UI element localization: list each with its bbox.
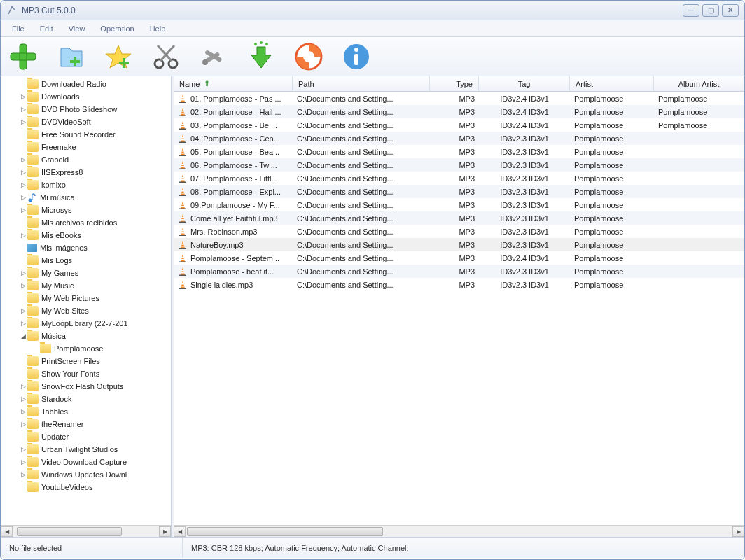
tree-item[interactable]: ▷MyLoopLibrary (22-7-201 [1, 317, 171, 330]
tree-item[interactable]: ▷My Web Sites [1, 304, 171, 317]
expand-icon[interactable]: ◢ [19, 332, 27, 340]
col-header-tag[interactable]: Tag [479, 76, 570, 91]
file-row[interactable]: 06. Pomplamoose - Twi...C:\Documents and… [174, 158, 744, 172]
menu-view[interactable]: View [62, 22, 92, 35]
tree-hscrollbar[interactable]: ◀ ▶ [1, 525, 171, 537]
expand-icon[interactable]: ▷ [19, 232, 27, 239]
tree-item[interactable]: ▷SnowFox Flash Outputs [1, 380, 171, 393]
download-button[interactable] [244, 40, 278, 74]
help-button[interactable] [292, 40, 326, 74]
scroll-right-icon[interactable]: ▶ [159, 526, 171, 537]
settings-button[interactable] [197, 40, 230, 74]
expand-icon[interactable]: ▷ [19, 169, 27, 176]
tree-item[interactable]: Freemake [1, 141, 171, 153]
file-row[interactable]: 02. Pomplamoose - Hail ...C:\Documents a… [174, 105, 744, 118]
file-row[interactable]: Pomplamoose - beat it...C:\Documents and… [174, 265, 744, 278]
minimize-button[interactable]: ─ [683, 4, 699, 17]
expand-icon[interactable]: ▷ [19, 93, 27, 100]
tree-item[interactable]: ▷DVDVideoSoft [1, 115, 171, 128]
tree-item[interactable]: ▷Windows Updates Downl [1, 468, 171, 481]
expand-icon[interactable]: ▷ [19, 471, 27, 478]
expand-icon[interactable]: ▷ [19, 458, 27, 465]
file-list[interactable]: 01. Pomplamoose - Pas ...C:\Documents an… [174, 92, 744, 525]
menu-help[interactable]: Help [143, 22, 173, 35]
tree-item[interactable]: ▷Urban Twilight Studios [1, 443, 171, 456]
scroll-left-icon[interactable]: ◀ [1, 526, 13, 537]
menu-operation[interactable]: Operation [93, 22, 141, 35]
scroll-left-icon[interactable]: ◀ [174, 526, 186, 537]
tree-item[interactable]: ▷DVD Photo Slideshow [1, 103, 171, 115]
file-row[interactable]: Pomplamoose - Septem...C:\Documents and … [174, 251, 744, 265]
col-header-name[interactable]: Name⬆ [174, 76, 293, 91]
tree-item[interactable]: ▷My Games [1, 267, 171, 279]
file-row[interactable]: 03. Pomplamoose - Be ...C:\Documents and… [174, 118, 744, 132]
tree-item[interactable]: ▷Graboid [1, 153, 171, 166]
expand-icon[interactable]: ▷ [19, 421, 27, 428]
tree-item[interactable]: ▷komixo [1, 178, 171, 191]
expand-icon[interactable]: ▷ [19, 106, 27, 113]
file-row[interactable]: Single laidies.mp3C:\Documents and Setti… [174, 278, 744, 291]
tree-item[interactable]: ▷Tabbles [1, 405, 171, 418]
scroll-right-icon[interactable]: ▶ [732, 526, 744, 537]
col-header-artist[interactable]: Artist [570, 76, 654, 91]
tree-item[interactable]: ▷Microsys [1, 204, 171, 216]
tree-item[interactable]: Downloaded Radio [1, 78, 171, 90]
expand-icon[interactable]: ▷ [19, 396, 27, 402]
expand-icon[interactable]: ▷ [19, 282, 27, 289]
info-button[interactable] [340, 40, 373, 74]
scroll-thumb[interactable] [187, 527, 383, 536]
file-row[interactable]: 05. Pomplamoose - Bea...C:\Documents and… [174, 145, 744, 158]
folder-tree[interactable]: Downloaded Radio▷Downloads▷DVD Photo Sli… [1, 76, 171, 525]
file-row[interactable]: 08. Pomplamoose - Expi...C:\Documents an… [174, 185, 744, 198]
file-row[interactable]: 04. Pomplamoose - Cen...C:\Documents and… [174, 132, 744, 145]
tree-item[interactable]: PrintScreen Files [1, 355, 171, 368]
scroll-thumb[interactable] [17, 527, 122, 536]
tree-item[interactable]: ▷theRenamer [1, 418, 171, 430]
col-header-album-artist[interactable]: Album Artist [654, 76, 744, 91]
tree-item[interactable]: ▷Mi música [1, 191, 171, 204]
tree-item[interactable]: ▷Video Download Capture [1, 456, 171, 468]
expand-icon[interactable]: ▷ [19, 270, 27, 276]
expand-icon[interactable]: ▷ [19, 383, 27, 390]
expand-icon[interactable]: ▷ [19, 194, 27, 201]
file-row[interactable]: Mrs. Robinson.mp3C:\Documents and Settin… [174, 225, 744, 238]
favorite-button[interactable] [102, 40, 135, 74]
expand-icon[interactable]: ▷ [19, 408, 27, 415]
tree-item[interactable]: YoutubeVideos [1, 481, 171, 493]
tree-item[interactable]: ▷My Music [1, 279, 171, 292]
tree-item[interactable]: ▷Downloads [1, 90, 171, 103]
list-hscrollbar[interactable]: ◀ ▶ [174, 525, 744, 537]
tree-item[interactable]: Free Sound Recorder [1, 128, 171, 141]
add-folder-button[interactable] [54, 40, 88, 74]
expand-icon[interactable]: ▷ [19, 118, 27, 125]
col-header-path[interactable]: Path [293, 76, 430, 91]
cut-button[interactable] [149, 40, 183, 74]
col-header-type[interactable]: Type [430, 76, 479, 91]
expand-icon[interactable]: ▷ [19, 446, 27, 453]
tree-item[interactable]: ◢Música [1, 330, 171, 342]
tree-item[interactable]: Mis imágenes [1, 241, 171, 254]
tree-item[interactable]: ▷Mis eBooks [1, 229, 171, 241]
tree-item[interactable]: Mis Logs [1, 254, 171, 267]
menu-edit[interactable]: Edit [33, 22, 60, 35]
tree-item[interactable]: Mis archivos recibidos [1, 216, 171, 229]
file-row[interactable]: 01. Pomplamoose - Pas ...C:\Documents an… [174, 92, 744, 105]
file-row[interactable]: 07. Pomplamoose - Littl...C:\Documents a… [174, 172, 744, 185]
tree-item[interactable]: Pomplamoose [1, 342, 171, 355]
menu-file[interactable]: File [5, 22, 32, 35]
expand-icon[interactable]: ▷ [19, 320, 27, 327]
tree-item[interactable]: My Web Pictures [1, 292, 171, 304]
maximize-button[interactable]: ▢ [702, 4, 719, 17]
file-row[interactable]: NatureBoy.mp3C:\Documents and Setting...… [174, 238, 744, 251]
file-row[interactable]: Come all yet Faithful.mp3C:\Documents an… [174, 211, 744, 225]
close-button[interactable]: ✕ [722, 4, 739, 17]
expand-icon[interactable]: ▷ [19, 307, 27, 314]
expand-icon[interactable]: ▷ [19, 181, 27, 188]
expand-icon[interactable]: ▷ [19, 206, 27, 214]
file-row[interactable]: 09.Pomplamoose - My F...C:\Documents and… [174, 198, 744, 211]
add-button[interactable] [6, 40, 40, 74]
tree-item[interactable]: Show Your Fonts [1, 368, 171, 380]
tree-item[interactable]: ▷Stardock [1, 393, 171, 405]
expand-icon[interactable]: ▷ [19, 156, 27, 163]
tree-item[interactable]: Updater [1, 430, 171, 443]
